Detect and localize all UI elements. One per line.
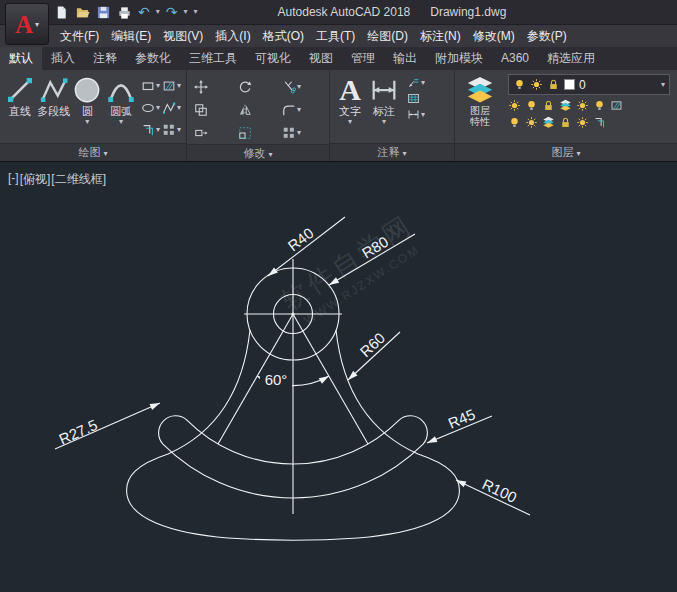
- tab-3d-tools[interactable]: 三维工具: [180, 47, 246, 70]
- model-viewport[interactable]: [-] [俯视] [二维线框] 软件自学网 WWW.RJZXW.COM: [0, 162, 677, 592]
- tool-table-button[interactable]: [407, 92, 425, 105]
- menu-view[interactable]: 视图(V): [157, 25, 209, 47]
- tool-polyline-button[interactable]: 多段线: [37, 73, 71, 118]
- chevron-down-icon: ▾: [156, 104, 160, 112]
- layer-color-swatch: [564, 79, 575, 90]
- dimension-icon: [369, 75, 399, 105]
- tool-ellipse-button[interactable]: ▾: [141, 97, 162, 119]
- open-file-icon[interactable]: [75, 5, 90, 20]
- chevron-down-icon[interactable]: ▾: [156, 8, 160, 16]
- tool-text-button[interactable]: A 文字 ▾: [333, 73, 367, 126]
- redo-icon[interactable]: ↷: [166, 5, 178, 20]
- tab-visualize[interactable]: 可视化: [246, 47, 300, 70]
- layer-tool-icon[interactable]: [559, 99, 572, 112]
- layers-panel-label: 图层: [551, 146, 573, 158]
- arc-icon: [106, 75, 136, 105]
- draw-panel-label: 绘图: [78, 146, 100, 158]
- tool-trim-button[interactable]: ▾: [282, 75, 326, 98]
- layer-tool-icon[interactable]: [542, 116, 555, 129]
- visual-style-control[interactable]: [二维线框]: [51, 171, 106, 188]
- new-file-icon[interactable]: [54, 5, 69, 20]
- mirror-icon: [238, 103, 252, 117]
- menu-draw[interactable]: 绘图(D): [361, 25, 414, 47]
- layer-tool-icon[interactable]: [559, 116, 572, 129]
- tab-view[interactable]: 视图: [300, 47, 342, 70]
- save-icon[interactable]: [96, 5, 111, 20]
- modify-grid: ▾ ▾ ▾: [194, 73, 326, 144]
- tab-addins[interactable]: 附加模块: [426, 47, 492, 70]
- tool-rotate-button[interactable]: [238, 75, 282, 98]
- layer-tool-icon[interactable]: [576, 116, 589, 129]
- tool-mleader-button[interactable]: ▾: [407, 76, 425, 89]
- layers-panel-footer[interactable]: 图层 ▾: [455, 143, 677, 161]
- menu-insert[interactable]: 插入(I): [209, 25, 256, 47]
- layer-tool-icon[interactable]: [508, 99, 521, 112]
- tab-home[interactable]: 默认: [0, 47, 42, 70]
- ribbon-panel-modify: ▾ ▾ ▾ 修改 ▾: [187, 70, 330, 161]
- tool-spline-button[interactable]: ▾: [162, 97, 183, 119]
- tool-fillet-button[interactable]: ▾: [282, 98, 326, 121]
- viewport-menu-control[interactable]: [-]: [8, 171, 19, 188]
- tab-parametric[interactable]: 参数化: [126, 47, 180, 70]
- tab-output[interactable]: 输出: [384, 47, 426, 70]
- annotation-panel-label: 注释: [377, 146, 399, 158]
- menu-tools[interactable]: 工具(T): [310, 25, 361, 47]
- layer-tool-icon[interactable]: [593, 99, 606, 112]
- layer-tool-icon[interactable]: [525, 116, 538, 129]
- tool-arc-button[interactable]: 圆弧 ▾: [104, 73, 138, 126]
- multileader-icon: [407, 76, 420, 89]
- layer-tool-icon[interactable]: [610, 99, 623, 112]
- tool-move-button[interactable]: [194, 75, 238, 98]
- menu-dimension[interactable]: 标注(N): [414, 25, 467, 47]
- document-title: Drawing1.dwg: [430, 5, 506, 19]
- tab-featured-apps[interactable]: 精选应用: [538, 47, 604, 70]
- draw-panel-footer[interactable]: 绘图 ▾: [0, 143, 186, 161]
- annotation-panel-footer[interactable]: 注释 ▾: [330, 143, 454, 161]
- undo-icon[interactable]: ↶: [138, 5, 150, 20]
- move-icon: [194, 80, 208, 94]
- tool-scale-button[interactable]: [238, 121, 282, 144]
- fillet-icon: [282, 103, 296, 117]
- tool-offset-button[interactable]: ▾: [141, 119, 162, 141]
- tool-line-button[interactable]: 直线: [3, 73, 37, 118]
- tab-annotate[interactable]: 注释: [84, 47, 126, 70]
- menu-file[interactable]: 文件(F): [54, 25, 105, 47]
- annotation-mini-column: ▾ ▾: [407, 73, 425, 121]
- modify-panel-footer[interactable]: 修改 ▾: [187, 144, 329, 161]
- tool-circle-button[interactable]: 圆 ▾: [71, 73, 105, 126]
- chevron-down-icon: ▾: [297, 83, 301, 91]
- layer-tool-icon[interactable]: [542, 99, 555, 112]
- tool-dim-style-button[interactable]: ▾: [407, 108, 425, 121]
- layer-properties-button[interactable]: 图层特性: [458, 73, 502, 127]
- autocad-window: A ▾ ↶▾ ↷▾ ▾ Autodesk AutoCAD 2018 Drawin…: [0, 0, 677, 592]
- menu-format[interactable]: 格式(O): [257, 25, 310, 47]
- qat-customize-icon[interactable]: ▾: [194, 8, 198, 16]
- menu-parametric[interactable]: 参数(P): [521, 25, 573, 47]
- layer-tool-icon[interactable]: [576, 99, 589, 112]
- menu-edit[interactable]: 编辑(E): [105, 25, 157, 47]
- menu-modify[interactable]: 修改(M): [467, 25, 521, 47]
- layer-tool-icon[interactable]: [508, 116, 521, 129]
- tab-manage[interactable]: 管理: [342, 47, 384, 70]
- tab-a360[interactable]: A360: [492, 47, 538, 70]
- tool-array-button[interactable]: ▾: [162, 119, 183, 141]
- layer-select[interactable]: 0 ▾: [508, 74, 670, 95]
- layer-properties-icon: [465, 75, 495, 105]
- view-control[interactable]: [俯视]: [20, 171, 51, 188]
- ribbon-panel-layers: 图层特性 0 ▾: [455, 70, 677, 161]
- tool-dimension-button[interactable]: 标注 ▾: [367, 73, 401, 126]
- tool-stretch-button[interactable]: [194, 121, 238, 144]
- watermark: 软件自学网 WWW.RJZXW.COM: [276, 209, 428, 332]
- layer-tool-icon[interactable]: [593, 116, 606, 129]
- tool-copy-button[interactable]: [194, 98, 238, 121]
- tool-hatch-button[interactable]: ▾: [162, 75, 183, 97]
- array-icon: [162, 123, 176, 137]
- tool-rectangle-button[interactable]: ▾: [141, 75, 162, 97]
- tool-mirror-button[interactable]: [238, 98, 282, 121]
- tab-insert[interactable]: 插入: [42, 47, 84, 70]
- tool-array-button[interactable]: ▾: [282, 121, 326, 144]
- application-menu-button[interactable]: A ▾: [5, 3, 49, 45]
- plot-icon[interactable]: [117, 5, 132, 20]
- chevron-down-icon[interactable]: ▾: [183, 8, 187, 16]
- layer-tool-icon[interactable]: [525, 99, 538, 112]
